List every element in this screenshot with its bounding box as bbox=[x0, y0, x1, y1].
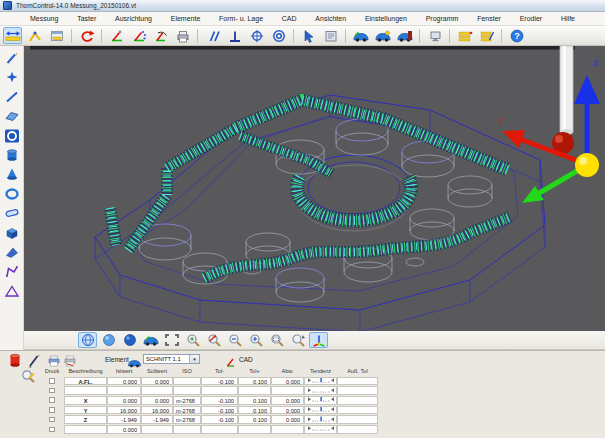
cylinder-button[interactable] bbox=[3, 147, 21, 163]
point-button[interactable] bbox=[3, 69, 21, 85]
measure-window-button[interactable] bbox=[47, 27, 66, 44]
zoom-dynamic-button[interactable] bbox=[204, 332, 223, 348]
feature-list-icon bbox=[457, 29, 473, 43]
print-checkbox[interactable] bbox=[49, 407, 55, 413]
menu-item[interactable]: Taster bbox=[77, 15, 96, 22]
menu-item[interactable]: Messung bbox=[30, 15, 58, 22]
menu-item[interactable]: Elemente bbox=[171, 15, 201, 22]
cylinder-icon bbox=[4, 148, 20, 162]
table-header-cell: ISO bbox=[173, 367, 201, 376]
view-axes-button[interactable] bbox=[309, 332, 328, 348]
measure-distance-button[interactable] bbox=[3, 27, 22, 44]
feature-list-button[interactable] bbox=[455, 27, 474, 44]
viewport-background bbox=[24, 46, 605, 331]
circle-button[interactable] bbox=[3, 128, 21, 144]
view-vehicle-button[interactable] bbox=[141, 332, 160, 348]
feature-edit-button[interactable] bbox=[477, 27, 496, 44]
cad-compare-button[interactable] bbox=[373, 27, 392, 44]
toolbar-separator bbox=[419, 29, 420, 43]
menu-item[interactable]: Fenster bbox=[477, 15, 501, 22]
perpendicularity-button[interactable] bbox=[225, 27, 244, 44]
view-smooth-button[interactable] bbox=[120, 332, 139, 348]
table-row[interactable]: A.FL. 0.000 0.000 -0.100 0.100 0.000 bbox=[40, 376, 378, 386]
help-button[interactable]: ? bbox=[507, 27, 526, 44]
cad-import-button[interactable] bbox=[351, 27, 370, 44]
cad-pick-icon bbox=[301, 29, 317, 43]
wedge-icon bbox=[4, 245, 20, 259]
plane-button[interactable] bbox=[3, 108, 21, 124]
print-checkbox[interactable] bbox=[49, 417, 55, 423]
toolbar-separator bbox=[71, 29, 72, 43]
line-icon bbox=[4, 90, 20, 104]
menu-item[interactable]: Programm bbox=[426, 15, 459, 22]
print-checkbox[interactable] bbox=[49, 378, 55, 384]
parallelism-button[interactable] bbox=[203, 27, 222, 44]
position-button[interactable] bbox=[247, 27, 266, 44]
align-rps-button[interactable] bbox=[151, 27, 170, 44]
table-row[interactable]: Z -1.949 -1.949 m-2768 -0.100 0.100 0.00… bbox=[40, 415, 378, 425]
zoom-select-button[interactable] bbox=[288, 332, 307, 348]
table-row[interactable] bbox=[40, 386, 378, 396]
sphere-button[interactable] bbox=[3, 186, 21, 202]
profile-icon bbox=[4, 264, 20, 278]
cone-button[interactable] bbox=[3, 166, 21, 182]
scan-band-left bbox=[110, 208, 116, 245]
cell-tol-minus: -0.100 bbox=[201, 396, 238, 405]
print-checkbox[interactable] bbox=[49, 397, 55, 403]
zoom-out-button[interactable] bbox=[225, 332, 244, 348]
view-wireframe-button[interactable] bbox=[78, 332, 97, 348]
cad-report-button[interactable] bbox=[321, 27, 340, 44]
menu-item[interactable]: CAD bbox=[282, 15, 297, 22]
align-321-button[interactable] bbox=[129, 27, 148, 44]
recalculate-button[interactable] bbox=[77, 27, 96, 44]
measure-angle-button[interactable] bbox=[25, 27, 44, 44]
zoom-edit-icon bbox=[20, 369, 37, 384]
print-checkbox[interactable] bbox=[49, 388, 55, 394]
align-sequence-button[interactable] bbox=[107, 27, 126, 44]
dropdown-arrow-icon[interactable]: ▼ bbox=[189, 355, 199, 363]
table-header-cell: Beschreibung bbox=[64, 367, 107, 376]
print-protocol-icon bbox=[175, 29, 191, 43]
element-dropdown[interactable]: SCHNITT 1.1 ▼ bbox=[143, 354, 200, 364]
box-button[interactable] bbox=[3, 225, 21, 241]
cad-export-button[interactable] bbox=[395, 27, 414, 44]
cell-sollwert: 0.000 bbox=[141, 396, 173, 405]
toolbar-separator bbox=[449, 29, 450, 43]
cell-sollwert: -1.949 bbox=[141, 415, 173, 424]
cell-tendenz bbox=[304, 425, 337, 434]
zoom-window-button[interactable] bbox=[267, 332, 286, 348]
cell-istwert: 16.000 bbox=[107, 406, 141, 415]
profile-button[interactable] bbox=[3, 263, 21, 279]
zoom-plus-button[interactable] bbox=[246, 332, 265, 348]
menu-item[interactable]: Form- u. Lage bbox=[219, 15, 263, 22]
probe-button[interactable] bbox=[3, 50, 21, 66]
view-shaded-button[interactable] bbox=[99, 332, 118, 348]
menu-item[interactable]: Ausrichtung bbox=[115, 15, 152, 22]
viewport-3d[interactable]: X Z bbox=[24, 46, 605, 331]
print-checkbox[interactable] bbox=[49, 427, 55, 433]
toolbar-separator bbox=[101, 29, 102, 43]
table-header-cell: Tol- bbox=[201, 367, 238, 376]
print-protocol-button[interactable] bbox=[173, 27, 192, 44]
line-button[interactable] bbox=[3, 89, 21, 105]
concentricity-button[interactable] bbox=[269, 27, 288, 44]
display-button[interactable] bbox=[425, 27, 444, 44]
cell-istwert bbox=[107, 386, 141, 395]
cell-tol-minus: -0.100 bbox=[201, 415, 238, 424]
table-row[interactable]: X 0.000 0.000 m-2768 -0.100 0.100 0.000 bbox=[40, 395, 378, 405]
table-row[interactable]: 0.000 bbox=[40, 424, 378, 434]
slot-button[interactable] bbox=[3, 205, 21, 221]
menu-item[interactable]: Hilfe bbox=[561, 15, 575, 22]
menu-item[interactable]: Erodier bbox=[520, 15, 543, 22]
triangle-button[interactable] bbox=[3, 283, 21, 299]
zoom-in-button[interactable] bbox=[183, 332, 202, 348]
menu-item[interactable]: Ansichten bbox=[315, 15, 346, 22]
zoom-fit-button[interactable] bbox=[162, 332, 181, 348]
box-icon bbox=[4, 226, 20, 240]
zoom-edit-button[interactable] bbox=[20, 369, 37, 388]
cad-pick-button[interactable] bbox=[299, 27, 318, 44]
table-row[interactable]: Y 16.000 16.000 m-2768 -0.100 0.100 0.00… bbox=[40, 405, 378, 415]
print-red-icon bbox=[63, 354, 77, 367]
menu-item[interactable]: Einstellungen bbox=[365, 15, 407, 22]
wedge-button[interactable] bbox=[3, 244, 21, 260]
